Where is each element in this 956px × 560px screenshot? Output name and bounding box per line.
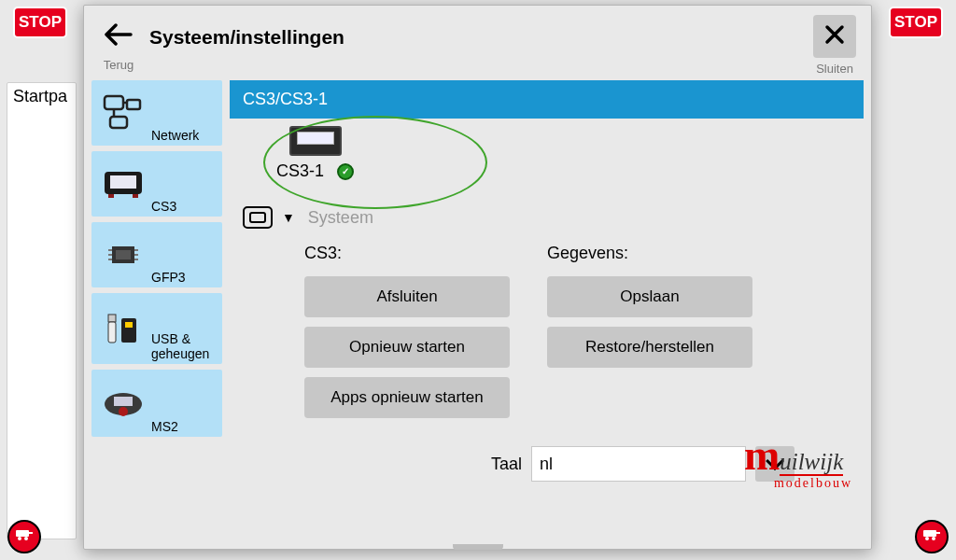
section-label: Systeem (308, 208, 373, 228)
svg-rect-16 (116, 250, 131, 259)
svg-rect-10 (110, 117, 127, 128)
sidebar-item-usb[interactable]: USB & geheugen (91, 293, 222, 364)
controller-icon (103, 385, 144, 422)
svg-rect-24 (108, 322, 116, 343)
sidebar-item-gfp3[interactable]: GFP3 (91, 222, 222, 287)
drag-handle[interactable] (453, 544, 503, 550)
sidebar: Netwerk CS3 GFP3 (91, 80, 222, 541)
status-ok-icon: ✓ (337, 163, 354, 180)
language-input[interactable] (531, 446, 746, 482)
system-icon (243, 206, 273, 229)
sidebar-item-network[interactable]: Netwerk (91, 80, 222, 146)
svg-rect-12 (110, 175, 136, 189)
close-label: Sluiten (816, 62, 853, 76)
svg-point-5 (925, 537, 929, 540)
device-block[interactable]: CS3-1 ✓ (276, 126, 354, 181)
system-section-header[interactable]: ▼ Systeem (230, 203, 864, 234)
svg-rect-4 (923, 530, 936, 537)
svg-point-29 (119, 407, 128, 416)
back-button-wrap: Terug (99, 17, 138, 72)
svg-rect-28 (114, 397, 133, 406)
svg-point-6 (932, 537, 935, 540)
sidebar-item-label: MS2 (91, 420, 182, 437)
apps-restart-button[interactable]: Apps opnieuw starten (304, 377, 510, 418)
save-button[interactable]: Opslaan (547, 276, 752, 317)
brand-watermark: muilwijk modelbouw (744, 430, 852, 491)
close-icon (824, 22, 845, 51)
stop-button-right[interactable]: STOP (889, 7, 943, 38)
loco-icon (922, 528, 941, 545)
cs3-column-head: CS3: (304, 244, 510, 267)
chip-icon (103, 236, 144, 273)
svg-point-2 (24, 537, 28, 540)
sidebar-item-cs3[interactable]: CS3 (91, 151, 222, 217)
loco-button-left[interactable] (7, 520, 41, 553)
svg-rect-13 (108, 194, 114, 198)
language-label: Taal (491, 455, 522, 474)
svg-rect-3 (29, 532, 33, 534)
restart-button[interactable]: Opnieuw starten (304, 327, 510, 368)
settings-dialog: Terug Systeem/instellingen Sluiten (83, 5, 872, 550)
loco-icon (15, 528, 34, 545)
svg-rect-26 (125, 322, 133, 328)
close-button[interactable] (813, 15, 856, 58)
data-column-head: Gegevens: (547, 244, 752, 267)
back-button[interactable] (99, 17, 138, 56)
usb-icon (103, 310, 144, 347)
device-icon (289, 126, 342, 156)
device-icon (103, 165, 144, 203)
network-icon (103, 94, 144, 132)
dialog-title: Systeem/instellingen (149, 26, 344, 49)
brand-m: m (744, 431, 780, 479)
device-name: CS3-1 (276, 161, 324, 181)
svg-rect-0 (16, 530, 29, 537)
close-button-wrap: Sluiten (813, 15, 856, 76)
svg-point-1 (18, 537, 21, 540)
button-columns: CS3: Afsluiten Opnieuw starten Apps opni… (304, 244, 845, 418)
restore-button[interactable]: Restore/herstellen (547, 327, 752, 368)
content-scroll[interactable]: CS3: Afsluiten Opnieuw starten Apps opni… (230, 234, 864, 541)
cs3-column: CS3: Afsluiten Opnieuw starten Apps opni… (304, 244, 510, 418)
brand-sub: modelbouw (774, 476, 852, 491)
data-column: Gegevens: Opslaan Restore/herstellen (547, 244, 752, 368)
sidebar-item-ms2[interactable]: MS2 (91, 370, 222, 437)
panel-title: CS3/CS3-1 (230, 80, 864, 119)
svg-rect-8 (105, 96, 123, 109)
svg-rect-14 (133, 194, 138, 198)
app-root: STOP STOP Startpa Terug Systeem/instelli… (0, 0, 956, 560)
brand-rest: uilwijk (780, 449, 843, 476)
svg-rect-9 (127, 100, 140, 109)
svg-rect-23 (108, 315, 116, 322)
arrow-left-icon (105, 21, 133, 52)
svg-rect-25 (121, 318, 136, 343)
dialog-header: Terug Systeem/instellingen Sluiten (84, 6, 871, 78)
chevron-down-icon: ▼ (282, 210, 295, 225)
dialog-body: Netwerk CS3 GFP3 (84, 78, 871, 549)
shutdown-button[interactable]: Afsluiten (304, 276, 510, 317)
device-area: CS3-1 ✓ (230, 119, 864, 203)
start-page-tab[interactable]: Startpa (7, 82, 77, 539)
main-panel: CS3/CS3-1 CS3-1 ✓ ▼ Systeem (230, 80, 864, 541)
loco-button-right[interactable] (915, 520, 949, 553)
svg-rect-7 (936, 532, 940, 534)
back-label: Terug (104, 58, 134, 72)
stop-button-left[interactable]: STOP (13, 7, 67, 38)
